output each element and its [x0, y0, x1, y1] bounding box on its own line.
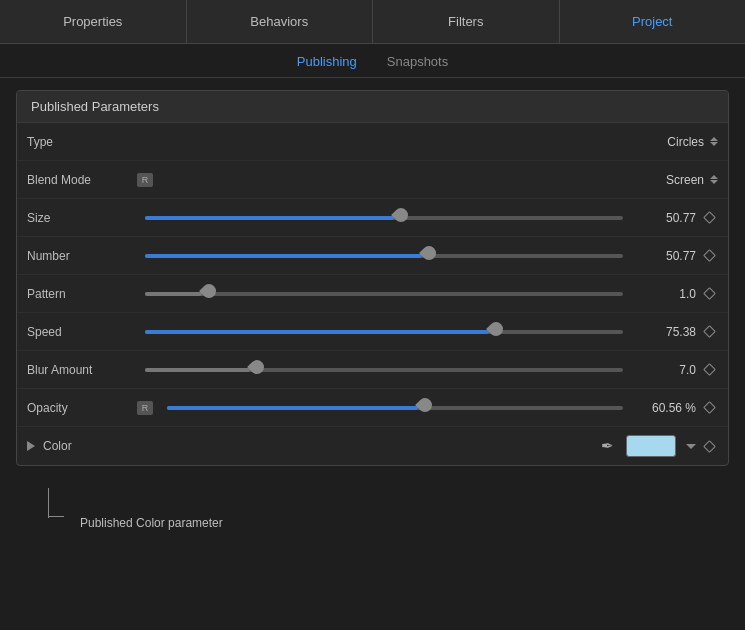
pattern-keyframe[interactable]	[700, 285, 718, 303]
pattern-slider-area[interactable]	[137, 292, 631, 296]
sub-tab-bar: Publishing Snapshots	[0, 44, 745, 78]
number-keyframe[interactable]	[700, 247, 718, 265]
diamond-icon	[703, 287, 716, 300]
tab-properties[interactable]: Properties	[0, 0, 187, 43]
chevron-up-icon	[710, 137, 718, 141]
param-row-opacity: Opacity R 60.56 %	[17, 389, 728, 427]
param-label-size: Size	[27, 211, 137, 225]
param-label-speed: Speed	[27, 325, 137, 339]
diamond-icon	[703, 440, 716, 453]
type-stepper[interactable]	[710, 137, 718, 146]
pattern-slider-fill	[145, 292, 202, 296]
number-value: 50.77	[631, 249, 696, 263]
param-label-number: Number	[27, 249, 137, 263]
param-label-type: Type	[27, 135, 137, 149]
speed-slider-thumb[interactable]	[486, 319, 506, 339]
color-controls: ✒	[137, 435, 696, 457]
param-row-blend-mode: Blend Mode R Screen	[17, 161, 728, 199]
pattern-slider-thumb[interactable]	[199, 281, 219, 301]
type-value-area: Circles	[667, 135, 718, 149]
color-keyframe[interactable]	[700, 437, 718, 455]
param-row-size: Size 50.77	[17, 199, 728, 237]
param-label-blur-amount: Blur Amount	[27, 363, 137, 377]
opacity-value: 60.56 %	[631, 401, 696, 415]
chevron-down-icon	[710, 180, 718, 184]
param-row-number: Number 50.77	[17, 237, 728, 275]
color-chevron-icon[interactable]	[686, 444, 696, 449]
opacity-keyframe[interactable]	[700, 399, 718, 417]
size-slider-thumb[interactable]	[391, 205, 411, 225]
blur-slider-thumb[interactable]	[247, 357, 267, 377]
r-badge-blend-mode: R	[137, 173, 153, 187]
blur-slider-fill	[145, 368, 250, 372]
chevron-down-icon	[710, 142, 718, 146]
top-tab-bar: Properties Behaviors Filters Project	[0, 0, 745, 44]
param-row-speed: Speed 75.38	[17, 313, 728, 351]
diamond-icon	[703, 249, 716, 262]
param-row-blur-amount: Blur Amount 7.0	[17, 351, 728, 389]
param-row-color: Color ✒	[17, 427, 728, 465]
blend-mode-value-area: Screen	[666, 173, 718, 187]
type-dropdown[interactable]: Circles	[667, 135, 718, 149]
param-row-pattern: Pattern 1.0	[17, 275, 728, 313]
size-slider-fill	[145, 216, 394, 220]
blur-keyframe[interactable]	[700, 361, 718, 379]
size-slider-track[interactable]	[145, 216, 623, 220]
blend-mode-dropdown[interactable]: Screen	[666, 173, 718, 187]
tab-project[interactable]: Project	[560, 0, 746, 43]
color-swatch[interactable]	[626, 435, 676, 457]
number-slider-fill	[145, 254, 422, 258]
param-label-pattern: Pattern	[27, 287, 137, 301]
r-badge-opacity: R	[137, 401, 153, 415]
diamond-icon	[703, 363, 716, 376]
blur-slider-track[interactable]	[145, 368, 623, 372]
annotation-horizontal-line	[48, 516, 64, 517]
expand-triangle-icon[interactable]	[27, 441, 35, 451]
diamond-icon	[703, 401, 716, 414]
section-title: Published Parameters	[17, 91, 728, 123]
blur-slider-area[interactable]	[137, 368, 631, 372]
speed-slider-area[interactable]	[137, 330, 631, 334]
speed-value: 75.38	[631, 325, 696, 339]
blur-value: 7.0	[631, 363, 696, 377]
sub-tab-snapshots[interactable]: Snapshots	[387, 54, 448, 69]
opacity-slider-track[interactable]	[167, 406, 623, 410]
number-slider-area[interactable]	[137, 254, 631, 258]
annotation-label: Published Color parameter	[80, 516, 223, 530]
pattern-slider-track[interactable]	[145, 292, 623, 296]
number-slider-thumb[interactable]	[419, 243, 439, 263]
tab-filters[interactable]: Filters	[373, 0, 560, 43]
speed-slider-track[interactable]	[145, 330, 623, 334]
param-row-type: Type Circles	[17, 123, 728, 161]
param-label-blend-mode: Blend Mode	[27, 173, 137, 187]
param-label-opacity: Opacity	[27, 401, 137, 415]
annotation-connector	[32, 488, 72, 528]
opacity-slider-thumb[interactable]	[415, 395, 435, 415]
annotation-vertical-line	[48, 488, 49, 518]
diamond-icon	[703, 211, 716, 224]
sub-tab-publishing[interactable]: Publishing	[297, 54, 357, 69]
size-keyframe[interactable]	[700, 209, 718, 227]
chevron-up-icon	[710, 175, 718, 179]
diamond-icon	[703, 325, 716, 338]
speed-keyframe[interactable]	[700, 323, 718, 341]
opacity-slider-area[interactable]	[159, 406, 631, 410]
speed-slider-fill	[145, 330, 489, 334]
number-slider-track[interactable]	[145, 254, 623, 258]
tab-behaviors[interactable]: Behaviors	[187, 0, 374, 43]
blend-mode-stepper[interactable]	[710, 175, 718, 184]
opacity-slider-fill	[167, 406, 418, 410]
pattern-value: 1.0	[631, 287, 696, 301]
size-slider-area[interactable]	[137, 216, 631, 220]
eyedropper-icon[interactable]: ✒	[601, 437, 614, 455]
published-parameters-panel: Published Parameters Type Circles Blend …	[16, 90, 729, 466]
annotation-area: Published Color parameter	[16, 478, 745, 540]
size-value: 50.77	[631, 211, 696, 225]
param-label-color: Color	[27, 439, 137, 453]
